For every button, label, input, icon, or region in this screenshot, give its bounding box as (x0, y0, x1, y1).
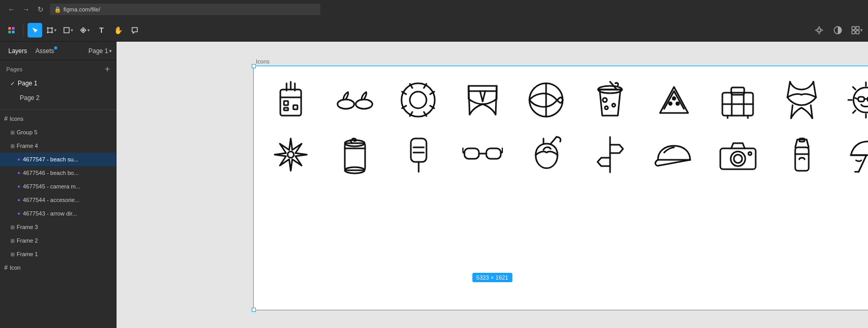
svg-rect-0 (8, 27, 11, 30)
tab-assets[interactable]: Assets (31, 45, 58, 57)
page-indicator: Page 1 ▾ (88, 47, 112, 55)
icon-shorts (459, 77, 506, 123)
frame-container[interactable] (253, 66, 868, 310)
comment-tool-button[interactable] (127, 23, 142, 37)
svg-line-40 (469, 86, 470, 115)
icon-sodacan (331, 131, 378, 178)
icon-icecream (395, 131, 442, 178)
layer-frame4-label: Frame 4 (17, 143, 112, 149)
page-2-label: Page 2 (20, 94, 40, 102)
icon-cap (651, 131, 697, 178)
svg-point-52 (676, 103, 679, 105)
address-bar[interactable]: 🔒 figma.com/file/ (50, 4, 320, 15)
svg-rect-25 (284, 101, 288, 105)
layer-comp-accessories[interactable]: ✦ 4677544 - accesorie... (0, 193, 116, 207)
page-item-1[interactable]: ✓ Page 1 (6, 76, 110, 91)
layer-frame3-icon: ⊞ (10, 224, 15, 230)
svg-point-30 (401, 83, 435, 117)
layer-frame4[interactable]: ⊞ Frame 4 (0, 139, 116, 153)
frame-label: Icons (256, 58, 269, 65)
layer-frame1[interactable]: ⊞ Frame 1 (0, 247, 116, 261)
icon-beach-umbrella (843, 131, 868, 178)
back-button[interactable]: ← (6, 4, 17, 15)
share-button[interactable]: ▾ (849, 23, 864, 37)
svg-rect-55 (731, 87, 744, 95)
hand-tool-button[interactable]: ✋ (111, 23, 125, 37)
svg-rect-1 (12, 27, 15, 30)
lock-icon: 🔒 (54, 6, 61, 13)
add-page-button[interactable]: + (105, 65, 110, 74)
layer-comp-icon-5: ✦ (17, 211, 21, 217)
svg-rect-98 (795, 147, 809, 171)
layer-frame2-label: Frame 2 (17, 237, 112, 244)
layer-comp-camera-label: 4677545 - camera m... (23, 183, 112, 190)
layer-comp-beach-su-label: 4677547 - beach su... (23, 156, 112, 162)
icon-sunglasses (459, 131, 506, 178)
svg-rect-76 (345, 143, 365, 170)
icon-camera (715, 131, 761, 178)
svg-rect-2 (8, 31, 11, 33)
layer-comp-camera[interactable]: ✦ 4677545 - camera m... (0, 180, 116, 193)
toolbar-right: ▾ (812, 23, 864, 37)
svg-rect-86 (486, 148, 501, 159)
svg-line-90 (551, 137, 556, 144)
refresh-button[interactable]: ↻ (35, 4, 46, 15)
page-check-icon: ✓ (10, 81, 15, 86)
svg-rect-81 (411, 138, 426, 162)
svg-point-95 (731, 152, 745, 166)
icons-row-1 (254, 66, 868, 129)
svg-rect-18 (852, 31, 855, 34)
contrast-button[interactable] (831, 23, 845, 37)
pages-label: Pages (6, 66, 22, 72)
page-dropdown-icon: ▾ (109, 48, 112, 54)
forward-button[interactable]: → (21, 4, 31, 15)
url-text: figma.com/file/ (63, 6, 100, 12)
tab-layers[interactable]: Layers (4, 45, 31, 57)
svg-point-96 (734, 155, 742, 163)
text-tool-button[interactable]: T (94, 23, 109, 37)
icon-sunscreen (779, 131, 825, 178)
page-1-label: Page 1 (18, 80, 37, 87)
layer-comp-beach-su[interactable]: ✦ 4677547 - beach su... (0, 153, 116, 166)
svg-point-14 (83, 29, 84, 31)
pen-tool-button[interactable]: ▾ (77, 23, 92, 37)
svg-rect-13 (64, 28, 69, 33)
frame-tool-button[interactable]: ▾ (44, 23, 59, 37)
pages-section: Pages + ✓ Page 1 Page 2 (0, 60, 116, 110)
components-button[interactable] (812, 23, 826, 37)
pages-section-header: Pages + (6, 65, 110, 74)
separator (23, 24, 23, 36)
layer-hash-icon: # (4, 115, 8, 122)
svg-point-29 (356, 99, 372, 109)
layer-frame3[interactable]: ⊞ Frame 3 (0, 220, 116, 234)
menu-button[interactable] (4, 23, 19, 37)
svg-point-49 (612, 104, 615, 107)
svg-line-69 (853, 110, 856, 113)
svg-rect-16 (852, 27, 855, 30)
icon-watermelon (651, 77, 697, 123)
icon-swimsuit (779, 77, 825, 123)
svg-point-97 (748, 152, 752, 155)
canvas-area[interactable]: Icons (116, 42, 868, 328)
layer-frame2[interactable]: ⊞ Frame 2 (0, 234, 116, 247)
layer-icon[interactable]: # Icon (0, 261, 116, 274)
svg-point-50 (605, 106, 608, 109)
layer-icon-label: Icon (10, 264, 112, 271)
svg-rect-85 (464, 148, 479, 159)
shape-tool-button[interactable]: ▾ (61, 23, 75, 37)
layer-frame2-icon: ⊞ (10, 238, 15, 244)
layer-comp-icon-2: ✦ (17, 170, 21, 176)
handle-tl[interactable] (252, 64, 256, 68)
layer-comp-arrow[interactable]: ✦ 4677543 - arrow dir... (0, 207, 116, 220)
svg-point-51 (669, 103, 671, 105)
page-item-2[interactable]: Page 2 (6, 91, 110, 105)
svg-point-48 (603, 98, 607, 102)
layer-comp-beach-bo[interactable]: ✦ 4677546 - beach bo... (0, 166, 116, 180)
panel-tabs: Layers Assets Page 1 ▾ (0, 42, 116, 60)
layer-group5[interactable]: ⊞ Group 5 (0, 125, 116, 139)
handle-bl[interactable] (252, 308, 256, 312)
layer-icons[interactable]: # Icons (0, 112, 116, 125)
move-tool-button[interactable] (28, 23, 42, 37)
layer-group-icon: ⊞ (10, 130, 15, 135)
svg-point-61 (853, 87, 868, 112)
